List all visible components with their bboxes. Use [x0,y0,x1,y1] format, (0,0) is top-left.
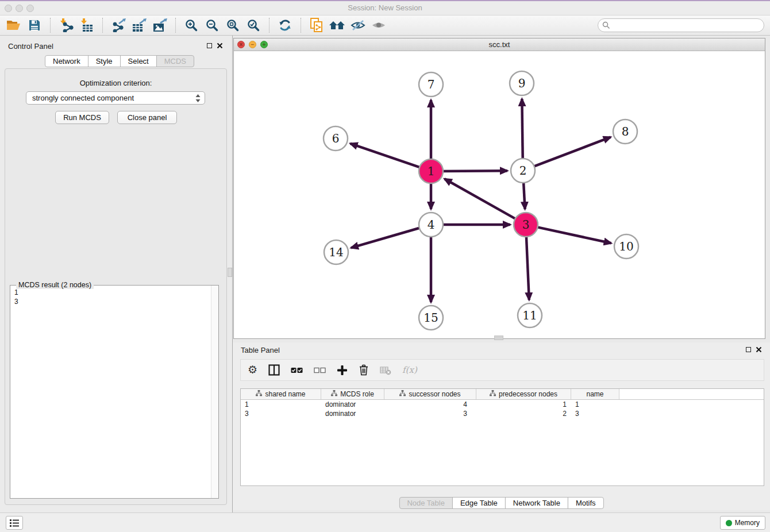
deselect-all-icon[interactable] [314,366,326,375]
graph-node-10[interactable]: 10 [614,234,638,259]
close-panel-button[interactable]: Close panel [117,111,177,124]
show-columns-icon[interactable] [268,364,280,376]
graph-edge-3-11[interactable] [526,234,529,300]
graph-node-14[interactable]: 14 [324,240,348,264]
graph-node-3[interactable]: 3 [514,213,538,237]
import-network-icon[interactable] [56,17,76,34]
node-table[interactable]: shared nameMCDS rolesuccessor nodesprede… [240,388,764,486]
table-tab-network-table[interactable]: Network Table [505,497,568,509]
table-cell[interactable]: 4 [384,400,476,409]
column-type-icon [256,390,262,398]
table-cell[interactable]: dominator [321,400,384,409]
hide-panel-eye-icon[interactable] [348,17,368,34]
graph-edge-3-10[interactable] [536,227,611,244]
window-minimize-icon[interactable] [16,5,23,12]
column-header-predecessor-nodes[interactable]: predecessor nodes [476,389,571,399]
column-header-successor-nodes[interactable]: successor nodes [384,389,476,399]
table-cell[interactable]: 3 [384,409,476,418]
network-window-titlebar[interactable]: × − + scc.txt [234,38,765,51]
zoom-selected-icon[interactable] [243,17,264,34]
network-close-icon[interactable]: × [237,41,245,48]
column-type-icon [490,390,496,398]
network-maximize-icon[interactable]: + [260,41,268,48]
zoom-fit-icon[interactable] [222,17,243,34]
graph-node-6[interactable]: 6 [324,126,348,151]
zoom-in-icon[interactable] [181,17,202,34]
select-all-icon[interactable] [291,366,303,375]
reset-layout-icon[interactable] [327,17,348,34]
task-manager-button[interactable] [6,516,23,530]
table-settings-gear-icon[interactable]: ⚙ [248,364,257,376]
window-close-icon[interactable] [5,5,12,12]
graph-edge-4-14[interactable] [351,228,422,248]
graph-node-4[interactable]: 4 [419,213,443,237]
graph-node-15[interactable]: 15 [419,306,443,330]
table-tab-motifs[interactable]: Motifs [568,497,604,509]
import-table-icon[interactable] [76,17,97,34]
copy-network-view-icon[interactable] [306,17,327,34]
run-mcds-button[interactable]: Run MCDS [55,111,109,124]
horizontal-splitter-handle[interactable] [494,336,503,340]
tab-select[interactable]: Select [120,55,157,67]
toolbar-separator [102,18,103,33]
control-panel-title: Control Panel [8,42,53,51]
export-network-icon[interactable] [108,17,129,34]
window-zoom-icon[interactable] [26,5,34,12]
column-type-icon [399,390,406,398]
table-cell[interactable]: 1 [241,400,321,409]
close-panel-icon[interactable] [217,43,223,49]
mcds-result-value: 3 [14,297,214,306]
refresh-view-icon[interactable] [275,17,295,34]
memory-button[interactable]: Memory [720,516,765,530]
tab-style[interactable]: Style [88,55,121,67]
graph-node-8[interactable]: 8 [613,119,637,144]
table-cell[interactable]: 3 [241,409,321,418]
table-cell[interactable]: 3 [571,409,619,418]
table-tab-edge-table[interactable]: Edge Table [452,497,506,509]
table-panel: Table Panel ⚙ f(x) shared nameMCDS roles… [233,342,770,510]
graph-edge-2-9[interactable] [522,99,522,161]
mcds-result-group: MCDS result (2 nodes) 13 [10,285,219,499]
graph-node-label: 6 [332,132,340,145]
graph-edge-2-3[interactable] [523,180,525,209]
save-session-icon[interactable] [24,17,45,34]
graph-edge-1-2[interactable] [441,171,507,171]
show-panel-eye-icon[interactable] [368,17,389,34]
table-cell[interactable]: 2 [476,409,571,418]
graph-node-9[interactable]: 9 [510,71,534,95]
export-table-icon[interactable] [129,17,149,34]
network-canvas[interactable]: 7968124314101511 [234,51,765,338]
network-minimize-icon[interactable]: − [249,41,256,48]
graph-node-2[interactable]: 2 [511,159,535,183]
column-header-name[interactable]: name [571,389,619,399]
result-scrollbar[interactable] [211,286,218,498]
add-row-icon[interactable] [337,365,348,376]
float-panel-icon[interactable] [207,43,212,48]
tab-network[interactable]: Network [45,55,88,67]
export-image-icon[interactable] [149,17,170,34]
network-graph[interactable]: 7968124314101511 [234,51,765,338]
open-session-icon[interactable] [3,17,24,34]
graph-node-7[interactable]: 7 [419,72,443,97]
table-row[interactable]: 1dominator411 [241,400,764,409]
table-tab-node-table[interactable]: Node Table [399,497,453,509]
zoom-out-icon[interactable] [202,17,222,34]
table-row[interactable]: 3dominator323 [241,409,764,418]
column-header-shared-name[interactable]: shared name [241,389,321,399]
graph-edge-1-6[interactable] [351,144,422,168]
table-cell[interactable]: 1 [571,400,619,409]
graph-node-11[interactable]: 11 [518,303,542,327]
search-input[interactable] [598,18,764,32]
float-table-panel-icon[interactable] [746,347,751,352]
vertical-splitter-handle[interactable] [228,268,232,277]
graph-edge-3-1[interactable] [445,179,518,219]
column-header-MCDS-role[interactable]: MCDS role [321,389,384,399]
graph-edge-2-8[interactable] [532,137,611,167]
table-cell[interactable]: dominator [321,409,384,418]
tab-mcds[interactable]: MCDS [156,55,194,67]
table-cell[interactable]: 1 [476,400,571,409]
criterion-select[interactable]: strongly connected component [26,91,205,105]
graph-node-1[interactable]: 1 [419,159,443,183]
delete-row-trash-icon[interactable] [359,364,369,376]
close-table-panel-icon[interactable] [756,346,762,353]
